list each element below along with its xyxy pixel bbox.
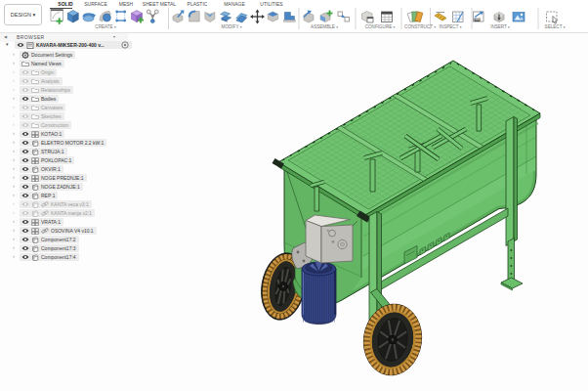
svg-text:MB: MB: [475, 18, 480, 22]
